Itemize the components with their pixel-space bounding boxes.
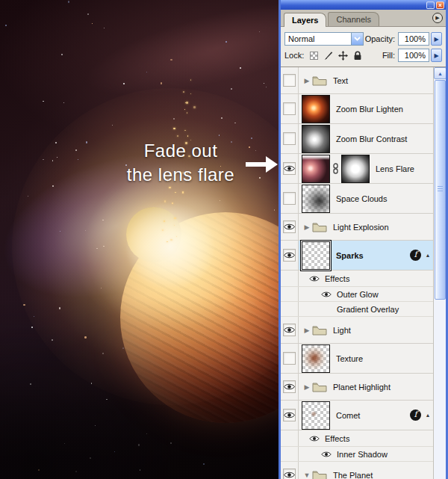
tab-layers[interactable]: Layers [284,13,326,27]
expand-group-icon[interactable]: ▶ [302,327,312,334]
expand-group-icon[interactable]: ▶ [302,383,312,391]
visibility-toggle[interactable] [281,67,299,93]
layer-name[interactable]: Text [333,76,348,85]
layer-thumbnail[interactable] [302,241,330,270]
visibility-toggle[interactable] [281,124,299,153]
layer-row-content[interactable]: ▶ Text [299,67,433,93]
tab-channels[interactable]: Channels [328,12,379,26]
layer-row-content[interactable]: ▼ The Planet [299,462,433,479]
effect-name[interactable]: Inner Shadow [337,450,388,459]
effect-visibility-toggle[interactable] [309,276,323,282]
chevron-down-icon[interactable] [351,33,363,45]
visibility-toggle[interactable] [281,344,299,373]
effect-visibility-toggle[interactable] [321,451,335,457]
effect-name[interactable]: Outer Glow [337,290,379,299]
minimize-button[interactable]: _ [426,1,435,9]
layer-row[interactable]: ▶ Light [281,317,433,344]
lock-paint-icon[interactable] [323,51,333,61]
effect-row[interactable]: Outer Glow [281,287,433,302]
layer-name[interactable]: Texture [336,354,363,363]
effect-row[interactable]: Effects [281,430,433,447]
lock-transparency-icon[interactable] [310,52,318,60]
layer-row-content[interactable]: ▶ Light [299,317,433,343]
visibility-toggle[interactable] [281,184,299,213]
layer-row[interactable]: ▶ Text [281,67,433,94]
layer-name[interactable]: Light [333,326,351,335]
panel-controls: Normal Opacity: 100% ▶ Lock: [281,27,446,67]
annotation-line1: Fade out [144,140,218,161]
fill-field[interactable]: 100% [398,49,429,62]
layer-thumbnail[interactable] [302,344,330,373]
collapse-effects-button[interactable]: ▲ [423,241,433,270]
effect-visibility-toggle[interactable] [321,291,335,297]
panel-menu-button[interactable]: ▶ [432,13,443,23]
visibility-toggle[interactable] [281,154,299,183]
scrollbar-thumb[interactable] [435,80,446,300]
opacity-field[interactable]: 100% [398,32,429,46]
lock-move-icon[interactable] [338,51,348,61]
layer-row-content[interactable]: Space Clouds [299,184,433,213]
effect-visibility-toggle[interactable] [309,436,323,442]
layer-name[interactable]: Zoom Blur Lighten [336,105,403,114]
layer-row[interactable]: Lens Flare [281,154,433,184]
layer-effects-icon[interactable]: f [410,410,421,421]
collapse-group-icon[interactable]: ▼ [302,472,312,479]
visibility-toggle[interactable] [281,241,299,270]
scroll-up-button[interactable]: ▲ [434,67,446,79]
layer-thumbnail[interactable] [302,95,330,123]
effect-name[interactable]: Gradient Overlay [337,305,399,314]
visibility-toggle[interactable] [281,401,299,430]
layer-row-content[interactable]: Zoom Blur Lighten [299,94,433,123]
layer-name[interactable]: Lens Flare [376,164,414,173]
layer-name[interactable]: Sparks [336,251,364,260]
layer-row[interactable]: Sparksf ▲ [281,241,433,271]
layer-thumbnail[interactable] [302,155,330,183]
visibility-toggle[interactable] [281,374,299,400]
layer-row-content[interactable]: ▶ Planet Highlight [299,374,433,400]
layer-row-content[interactable]: Zoom Blur Contrast [299,124,433,153]
layer-name[interactable]: Zoom Blur Contrast [336,135,407,143]
link-icon[interactable] [330,163,341,174]
layer-row-content[interactable]: ▶ Light Explosion [299,214,433,240]
close-button[interactable]: x [436,1,444,9]
fill-stepper-button[interactable]: ▶ [431,49,442,62]
layer-row[interactable]: Texture [281,344,433,374]
visibility-toggle[interactable] [281,94,299,123]
effect-row[interactable]: Inner Shadow [281,447,433,462]
layer-name[interactable]: Planet Highlight [333,383,391,392]
effect-row[interactable]: Effects [281,271,433,287]
visibility-toggle[interactable] [281,462,299,479]
layer-row[interactable]: Space Clouds [281,184,433,214]
layer-thumbnail[interactable] [302,125,330,153]
lock-all-icon[interactable] [353,51,362,61]
layer-row-content[interactable]: Texture [299,344,433,373]
scrollbar[interactable]: ▲ [433,67,446,479]
layer-row-content[interactable]: Cometf ▲ [299,401,433,430]
collapse-effects-button[interactable]: ▲ [423,401,433,430]
layer-row[interactable]: ▼ The Planet [281,462,433,479]
layer-row-content[interactable]: Lens Flare [299,154,433,183]
layer-name[interactable]: The Planet [333,471,373,479]
layer-row[interactable]: Cometf ▲ [281,401,433,430]
effect-name[interactable]: Effects [325,434,349,443]
effect-name[interactable]: Effects [325,274,349,283]
visibility-toggle[interactable] [281,214,299,240]
expand-group-icon[interactable]: ▶ [302,77,312,84]
layer-row[interactable]: Zoom Blur Contrast [281,124,433,154]
layer-row-content[interactable]: Sparksf ▲ [299,241,433,270]
visibility-toggle[interactable] [281,317,299,343]
blend-mode-select[interactable]: Normal [284,32,364,46]
layer-name[interactable]: Comet [336,411,360,420]
layer-mask-thumbnail[interactable] [341,155,370,183]
layer-name[interactable]: Light Explosion [333,223,389,232]
layer-row[interactable]: ▶ Light Explosion [281,214,433,241]
layer-thumbnail[interactable] [302,401,330,430]
layer-row[interactable]: ▶ Planet Highlight [281,374,433,401]
effect-row[interactable]: Gradient Overlay [281,302,433,317]
expand-group-icon[interactable]: ▶ [302,223,312,231]
layer-name[interactable]: Space Clouds [336,194,388,203]
opacity-stepper-button[interactable]: ▶ [431,32,442,46]
layer-effects-icon[interactable]: f [410,250,421,261]
layer-thumbnail[interactable] [302,185,330,213]
layer-row[interactable]: Zoom Blur Lighten [281,94,433,124]
